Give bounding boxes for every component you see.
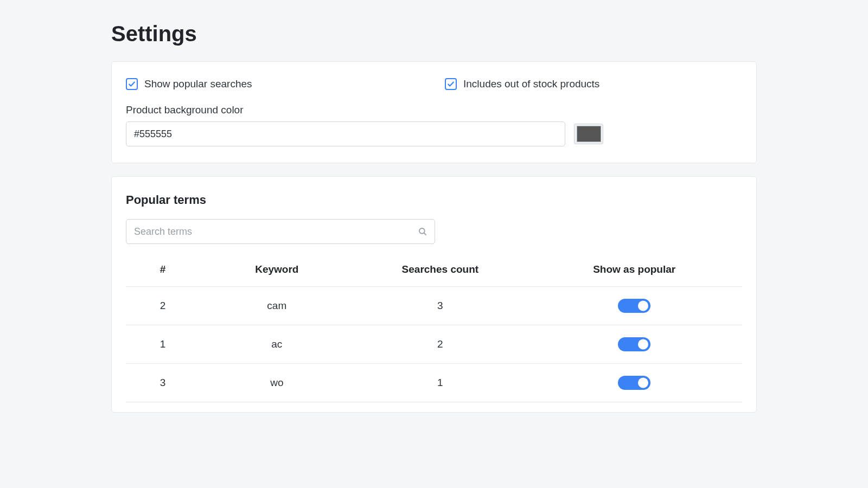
toggle-knob-icon bbox=[638, 378, 648, 388]
settings-card: Show popular searches Includes out of st… bbox=[111, 61, 757, 163]
cell-count: 3 bbox=[354, 287, 526, 325]
show-as-popular-toggle[interactable] bbox=[618, 299, 650, 313]
cell-keyword: ac bbox=[200, 325, 354, 364]
cell-index: 2 bbox=[126, 287, 200, 325]
bg-color-label: Product background color bbox=[126, 104, 742, 116]
show-as-popular-toggle[interactable] bbox=[618, 376, 650, 390]
include-oos-checkbox[interactable]: Includes out of stock products bbox=[445, 78, 599, 90]
cell-count: 1 bbox=[354, 364, 526, 402]
bg-color-input[interactable] bbox=[126, 121, 565, 146]
checkbox-checked-icon bbox=[126, 78, 138, 90]
cell-keyword: wo bbox=[200, 364, 354, 402]
checkbox-checked-icon bbox=[445, 78, 457, 90]
col-index: # bbox=[126, 257, 200, 287]
table-row: 2cam3 bbox=[126, 287, 742, 325]
cell-count: 2 bbox=[354, 325, 526, 364]
popular-terms-title: Popular terms bbox=[126, 193, 742, 207]
page-title: Settings bbox=[111, 22, 757, 46]
show-as-popular-toggle[interactable] bbox=[618, 337, 650, 351]
table-row: 1ac2 bbox=[126, 325, 742, 364]
popular-terms-card: Popular terms # Keyword Searches count S… bbox=[111, 176, 757, 413]
toggle-knob-icon bbox=[638, 301, 648, 311]
cell-popular bbox=[526, 364, 742, 402]
search-terms-input[interactable] bbox=[126, 219, 435, 244]
cell-keyword: cam bbox=[200, 287, 354, 325]
include-oos-label: Includes out of stock products bbox=[463, 78, 599, 90]
show-popular-checkbox[interactable]: Show popular searches bbox=[126, 78, 252, 90]
cell-index: 3 bbox=[126, 364, 200, 402]
search-icon bbox=[418, 227, 427, 236]
show-popular-label: Show popular searches bbox=[144, 78, 252, 90]
svg-line-1 bbox=[424, 233, 426, 235]
table-row: 3wo1 bbox=[126, 364, 742, 402]
cell-popular bbox=[526, 325, 742, 364]
col-keyword: Keyword bbox=[200, 257, 354, 287]
cell-popular bbox=[526, 287, 742, 325]
col-count: Searches count bbox=[354, 257, 526, 287]
col-popular: Show as popular bbox=[526, 257, 742, 287]
popular-terms-table: # Keyword Searches count Show as popular… bbox=[126, 257, 742, 402]
color-swatch-icon bbox=[577, 126, 601, 142]
bg-color-picker[interactable] bbox=[574, 124, 603, 144]
toggle-knob-icon bbox=[638, 339, 648, 350]
cell-index: 1 bbox=[126, 325, 200, 364]
